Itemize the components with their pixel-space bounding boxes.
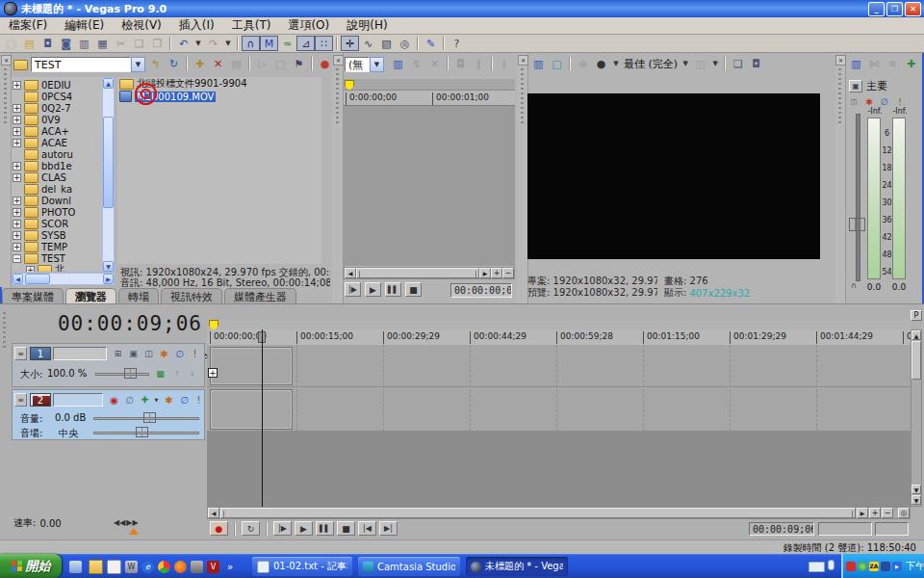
go-to-end-icon[interactable]: ▶| xyxy=(379,521,398,536)
create-subclip-icon[interactable]: ↯ xyxy=(407,56,425,71)
trimmer-play-icon[interactable]: ▶ xyxy=(365,282,381,297)
tree-vscrollbar[interactable]: ▲ ▼ xyxy=(102,77,115,272)
tree-expander[interactable]: + xyxy=(13,162,21,171)
tree-item[interactable]: +PHOTO xyxy=(13,206,101,218)
views-icon[interactable]: ▤ xyxy=(227,56,245,71)
selection-start-display[interactable] xyxy=(818,522,872,536)
tree-item[interactable]: +Downl xyxy=(13,195,101,206)
preview-close-icon[interactable]: ✕ xyxy=(518,55,528,66)
meter-peak-left[interactable]: -Inf. xyxy=(864,107,886,116)
address-value[interactable]: TEST xyxy=(31,57,131,72)
trimmer-stop-icon[interactable]: ■ xyxy=(405,282,422,297)
tree-item[interactable]: autoru xyxy=(13,148,101,160)
video-level-value[interactable]: 100.0 % xyxy=(47,368,87,379)
tree-item[interactable]: +0V9 xyxy=(13,114,101,125)
explorer-grip[interactable]: ✕ xyxy=(0,53,12,287)
tree-expander[interactable]: + xyxy=(13,81,21,90)
bus-button[interactable]: ▣ xyxy=(849,80,862,92)
audio-track-lane[interactable] xyxy=(207,387,911,432)
zoom-tool-icon[interactable]: ◎ xyxy=(396,36,414,51)
tree-hscroll-thumb[interactable] xyxy=(25,274,50,284)
audio-track-number[interactable]: 2 xyxy=(30,393,51,407)
language-mic-icon[interactable] xyxy=(828,560,834,570)
trimmer-delete-icon[interactable]: ✕ xyxy=(425,56,444,71)
tray-zonealarm-icon[interactable]: ZA xyxy=(869,562,879,571)
selection-tool-icon[interactable]: ▧ xyxy=(377,36,396,51)
track-minimize-grip[interactable]: ≡ xyxy=(14,393,27,407)
tray-update-icon[interactable] xyxy=(858,562,867,571)
stop-preview-icon[interactable]: □ xyxy=(271,56,290,71)
preview-quality-label[interactable]: 最佳 (完全) xyxy=(624,57,678,71)
media-player-icon[interactable]: W xyxy=(125,561,138,573)
zoom-in-icon[interactable]: + xyxy=(869,508,881,518)
scroll-down-icon[interactable]: ▼ xyxy=(911,495,921,505)
split-screen-dropdown-icon[interactable]: ▼ xyxy=(709,56,721,71)
scroll-right-icon[interactable]: ▶ xyxy=(857,508,868,518)
track-solo-icon[interactable]: ! xyxy=(192,393,205,407)
dim-output-icon[interactable]: ≋ xyxy=(884,56,902,71)
vegas-quicklaunch-icon[interactable]: V xyxy=(207,561,219,573)
timeline-hscroll-thumb[interactable] xyxy=(220,508,856,518)
video-level-slider-thumb[interactable] xyxy=(124,368,137,379)
maximize-button[interactable]: ❐ xyxy=(886,2,903,16)
start-preview-icon[interactable]: ▷ xyxy=(253,56,271,71)
trimmer-time-display[interactable]: 00:00:00;00 xyxy=(450,283,512,298)
trimmer-play-from-start-icon[interactable]: |▶ xyxy=(345,282,361,297)
big-time-display[interactable]: 00:00:09;06 xyxy=(10,312,202,339)
shuttle-marker[interactable] xyxy=(129,528,139,535)
tree-expander[interactable]: + xyxy=(13,116,21,124)
track-motion-icon[interactable]: ⊞ xyxy=(111,347,125,360)
shuttle-left-icon[interactable]: ◀◀ xyxy=(114,518,125,527)
scroll-down-icon[interactable]: ▼ xyxy=(103,261,114,272)
firefox-icon[interactable] xyxy=(174,561,187,573)
copy-icon[interactable]: ❏ xyxy=(130,36,148,51)
scroll-left-icon[interactable]: ◀ xyxy=(208,508,219,518)
timeline-empty-area[interactable] xyxy=(207,432,911,507)
task-notepad[interactable]: 01-02.txt - 記事本 xyxy=(252,557,352,576)
trimmer-properties-icon[interactable]: ▥ xyxy=(389,56,407,71)
menu-tools[interactable]: 工具(T) xyxy=(223,16,280,35)
refresh-icon[interactable]: ↻ xyxy=(165,56,183,71)
track-name-field[interactable] xyxy=(53,347,107,360)
volume-slider-thumb[interactable] xyxy=(143,412,156,423)
tree-item[interactable]: +SYSB xyxy=(13,229,101,241)
scroll-right-icon[interactable]: ▶ xyxy=(479,268,491,278)
trimmer-close-icon[interactable]: ✕ xyxy=(333,55,344,66)
tree-item[interactable]: 0PCS4 xyxy=(13,91,101,102)
tree-item[interactable]: +TEMP xyxy=(13,241,101,252)
trimmer-marker-flag[interactable] xyxy=(345,80,354,91)
tree-expander[interactable]: − xyxy=(13,254,21,263)
start-button[interactable]: 開始 xyxy=(0,554,62,578)
menu-help[interactable]: 說明(H) xyxy=(338,16,396,35)
open-icon[interactable]: ▤ xyxy=(20,36,38,51)
tree-item[interactable]: +ACA+ xyxy=(13,125,101,137)
tree-item[interactable]: del_ka xyxy=(13,183,101,195)
track-mute-icon[interactable]: ∅ xyxy=(177,393,192,407)
paint-tool-icon[interactable]: ✎ xyxy=(422,36,440,51)
tree-item[interactable]: +bbd1e xyxy=(13,160,101,171)
automation-gear-icon[interactable]: ✱ xyxy=(162,393,176,407)
tray-clock[interactable]: 下午 11:50 xyxy=(906,560,924,573)
copy-snapshot-icon[interactable]: ❏ xyxy=(729,56,747,71)
tree-vscroll-thumb[interactable] xyxy=(103,117,114,208)
tree-item[interactable]: +CLAS xyxy=(13,171,101,183)
downmix-icon[interactable]: ⋈ xyxy=(865,56,884,71)
redo-icon[interactable]: ↷ xyxy=(204,36,222,51)
render-as-icon[interactable]: ◙ xyxy=(57,36,75,51)
timeline-hscrollbar[interactable]: ◀ ▶ + − ◎ xyxy=(207,507,911,519)
automation-gear-icon[interactable]: ✱ xyxy=(157,347,171,360)
menu-options[interactable]: 選項(O) xyxy=(279,16,338,35)
new-folder-icon[interactable]: ✚ xyxy=(191,56,209,71)
video-track-header[interactable]: ≡ 1 ⊞ ▣ ◫ ✱ ∅ ! 大小: 100.0 % ▩ ↑ ↓ xyxy=(12,343,205,387)
trimmer-pause-icon[interactable]: ▌▌ xyxy=(385,282,401,297)
title-bar[interactable]: 未標題的 * - Vegas Pro 9.0 _ ❐ ✕ xyxy=(0,0,924,17)
insert-fx-icon[interactable]: ✚ xyxy=(138,393,152,407)
show-desktop-icon[interactable] xyxy=(69,561,82,573)
explorer-close-icon[interactable]: ✕ xyxy=(1,55,12,66)
tray-network-icon[interactable] xyxy=(881,562,890,571)
track-name-field[interactable] xyxy=(53,393,103,407)
scroll-right-icon[interactable]: ▶ xyxy=(103,274,114,284)
zoom-out-icon[interactable]: − xyxy=(502,268,514,278)
preview-quality-icon[interactable]: ● xyxy=(592,56,610,71)
up-one-level-icon[interactable]: ↰ xyxy=(146,56,165,71)
